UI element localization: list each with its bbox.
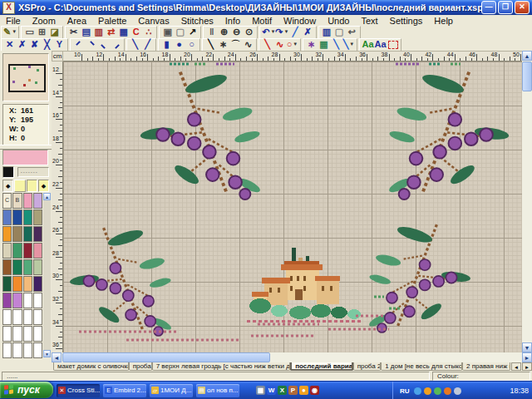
- blue-line-2-dropdown-icon[interactable]: ▼: [349, 39, 354, 50]
- restore-button[interactable]: ❐: [498, 1, 513, 14]
- flip-tool-button[interactable]: ⇄: [105, 27, 117, 37]
- palette-swatch[interactable]: [12, 243, 22, 259]
- quarter-stitch-3-button[interactable]: [97, 39, 110, 50]
- quarter-stitch-4-button[interactable]: [110, 39, 122, 50]
- olive-motif[interactable]: [387, 71, 510, 200]
- stitch-canvas[interactable]: [63, 62, 522, 352]
- tab-scroll-right-icon[interactable]: ►: [522, 362, 532, 371]
- palette-swatch[interactable]: [2, 309, 12, 325]
- bead-button[interactable]: ○: [185, 39, 198, 50]
- clone-select-tool-button[interactable]: ⊞: [36, 27, 48, 37]
- palette-swatch[interactable]: [33, 226, 42, 242]
- start-button[interactable]: пуск: [0, 382, 53, 398]
- palette-swatch[interactable]: [12, 226, 22, 242]
- french-knot-button[interactable]: ●: [173, 39, 185, 50]
- excel-icon[interactable]: X: [278, 386, 287, 395]
- task-button[interactable]: ▤ол нов п...: [196, 384, 239, 397]
- palette-swatch[interactable]: [2, 259, 12, 275]
- three-quarter-stitch-1-button[interactable]: ✗: [16, 39, 28, 50]
- half-stitch-back-button[interactable]: ╲: [129, 39, 141, 50]
- revert-button[interactable]: ↩: [346, 27, 358, 37]
- close-button[interactable]: ✕: [515, 1, 530, 14]
- menu-info[interactable]: Info: [219, 16, 246, 26]
- palette-swatch[interactable]: [12, 293, 22, 308]
- palette-swatch[interactable]: [23, 209, 32, 225]
- palette-swatch[interactable]: [2, 342, 12, 358]
- red-backstitch-button[interactable]: ╲: [261, 39, 273, 50]
- palette-swatch[interactable]: [2, 293, 12, 308]
- menu-window[interactable]: Window: [278, 16, 322, 26]
- pattern-tab[interactable]: проба: [129, 362, 152, 371]
- scroll-up-icon[interactable]: ▲: [522, 51, 532, 61]
- title-bar[interactable]: X XSPro - C:\Documents and Settings\Rimm…: [0, 0, 532, 15]
- tray-icon[interactable]: [414, 387, 421, 395]
- rotate-tool-button[interactable]: C: [130, 27, 142, 37]
- palette-swatch[interactable]: [12, 309, 22, 325]
- menu-area[interactable]: Area: [62, 16, 92, 26]
- black-thread-swatch[interactable]: [2, 166, 14, 178]
- blend-swatch[interactable]: [14, 180, 25, 192]
- palette-swatch[interactable]: [23, 342, 32, 358]
- freehand-curve-1-button[interactable]: ⌒: [229, 39, 242, 50]
- blue-line-2-button[interactable]: ╲▼: [342, 39, 355, 50]
- palette-swatch[interactable]: [23, 259, 32, 275]
- redo-button[interactable]: ↷▼: [275, 27, 288, 37]
- palette-swatch[interactable]: [12, 342, 22, 358]
- olive-motif[interactable]: [140, 71, 262, 200]
- palette-swatch[interactable]: [23, 226, 32, 242]
- horizontal-scrollbar[interactable]: ◄ ►: [52, 352, 532, 362]
- menu-settings[interactable]: Settings: [384, 16, 429, 26]
- undo-button[interactable]: ↶▼: [262, 27, 275, 37]
- palette-swatch[interactable]: [2, 326, 12, 342]
- select-region-button[interactable]: [387, 39, 399, 50]
- vertical-scrollbar[interactable]: ▲ ▼: [522, 51, 532, 352]
- palette-swatch[interactable]: [33, 209, 42, 225]
- tray-icon[interactable]: [434, 387, 441, 395]
- palette-swatch[interactable]: [12, 326, 22, 342]
- menu-palette[interactable]: Palette: [92, 16, 132, 26]
- thread-code-field[interactable]: -------: [17, 167, 49, 177]
- palette-scrollbar[interactable]: ▲ ▼: [43, 193, 51, 357]
- palette-swatch[interactable]: [2, 243, 12, 259]
- menu-file[interactable]: File: [0, 16, 27, 26]
- cut-tool-button[interactable]: ✂: [67, 27, 80, 37]
- zoom-actual-button[interactable]: ⊙: [243, 27, 255, 37]
- blue-line-1-button[interactable]: ╲: [330, 39, 342, 50]
- palette-swatch[interactable]: B: [12, 193, 22, 209]
- palette-swatch[interactable]: [33, 309, 42, 325]
- palette-swatch[interactable]: [23, 276, 32, 292]
- backstitch-knot-button[interactable]: ∗: [217, 39, 229, 50]
- word-icon[interactable]: W: [267, 386, 276, 395]
- full-cross-stitch-button[interactable]: ✕: [3, 39, 16, 50]
- palette-swatch[interactable]: [23, 326, 32, 342]
- pattern-tab[interactable]: 7 верхн левая гроздь [с частью ниж ветки…: [152, 362, 291, 371]
- repeat-tool-button[interactable]: ▦: [117, 27, 130, 37]
- zoom-in-button[interactable]: ⊕: [218, 27, 230, 37]
- palette-swatch[interactable]: [33, 293, 42, 308]
- current-color-swatch[interactable]: [2, 150, 48, 165]
- palette-swatch[interactable]: [2, 276, 12, 292]
- export-page-button[interactable]: ▢: [174, 27, 186, 37]
- menu-undo[interactable]: Undo: [322, 16, 355, 26]
- pattern-tab[interactable]: макет домик с оливочками: [53, 362, 129, 371]
- scatter-tool-button[interactable]: ∴: [142, 27, 155, 37]
- scroll-down-icon[interactable]: ▼: [522, 342, 532, 352]
- scroll-right-icon[interactable]: ►: [522, 352, 532, 362]
- three-quarter-stitch-2-button[interactable]: ✘: [28, 39, 41, 50]
- orange-app-icon[interactable]: ●: [299, 386, 308, 395]
- texture-fill-button[interactable]: ▦: [318, 39, 330, 50]
- tray-icon[interactable]: [454, 387, 461, 395]
- pattern-tab[interactable]: проба 2: [353, 362, 381, 371]
- palette-swatch[interactable]: [33, 342, 42, 358]
- menu-canvas[interactable]: Canvas: [132, 16, 175, 26]
- photoshop-icon[interactable]: P: [288, 386, 298, 395]
- palette-swatch[interactable]: [2, 226, 12, 242]
- palette-swatch[interactable]: [23, 293, 32, 308]
- red-app-icon[interactable]: ◉: [310, 386, 319, 395]
- menu-stitches[interactable]: Stitches: [175, 16, 219, 26]
- menu-motif[interactable]: Motif: [246, 16, 278, 26]
- vertical-scroll-thumb[interactable]: [522, 62, 532, 91]
- upright-cross-stitch-button[interactable]: Y: [53, 39, 66, 50]
- pencil-tool-button[interactable]: ✎▼: [3, 27, 17, 37]
- measure-tool-button[interactable]: ‖: [205, 27, 218, 37]
